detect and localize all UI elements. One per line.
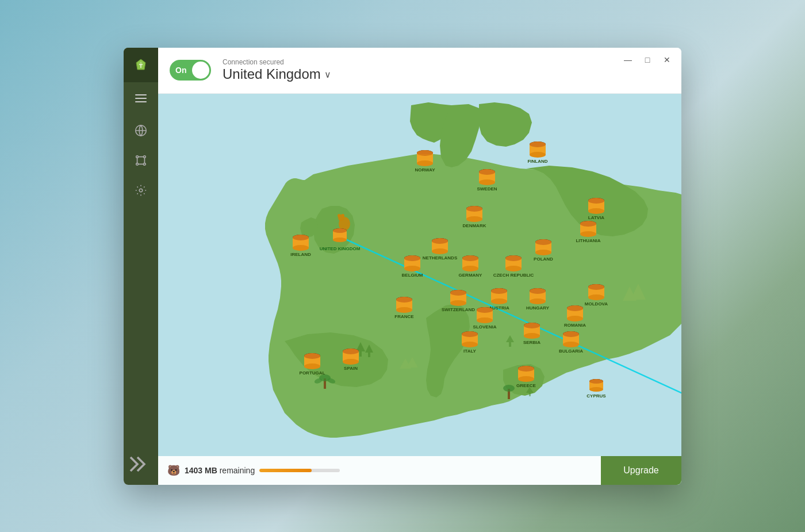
sidebar-collapse-button[interactable]	[127, 450, 155, 478]
svg-point-93	[491, 298, 507, 304]
svg-point-44	[580, 231, 596, 237]
upgrade-button[interactable]: Upgrade	[601, 456, 681, 485]
svg-text:NETHERLANDS: NETHERLANDS	[423, 255, 458, 261]
svg-text:CZECH REPUBLIC: CZECH REPUBLIC	[493, 273, 534, 278]
svg-text:PORTUGAL: PORTUGAL	[300, 370, 325, 376]
sidebar-bottom	[127, 450, 155, 485]
svg-text:IRELAND: IRELAND	[290, 252, 311, 257]
svg-point-5	[144, 163, 146, 165]
bottom-bar: 🐻 1403 MB remaining Upgrade	[158, 456, 681, 485]
server-norway	[417, 150, 433, 166]
svg-text:NORWAY: NORWAY	[415, 167, 435, 173]
svg-point-123	[477, 317, 493, 323]
svg-point-118	[567, 316, 583, 322]
svg-text:ITALY: ITALY	[463, 349, 476, 354]
svg-text:SLOVENIA: SLOVENIA	[473, 324, 497, 330]
svg-point-138	[462, 342, 478, 347]
svg-point-29	[530, 152, 546, 158]
svg-point-68	[432, 248, 448, 254]
app-logo[interactable]: T	[124, 48, 158, 82]
connection-status: Connection secured	[223, 58, 331, 66]
svg-point-6	[139, 189, 143, 192]
svg-point-74	[535, 239, 551, 245]
svg-point-143	[343, 359, 359, 365]
svg-point-4	[136, 163, 139, 165]
svg-text:T: T	[139, 63, 143, 69]
svg-point-54	[293, 245, 309, 251]
app-window: T	[124, 48, 681, 485]
svg-point-119	[567, 305, 583, 311]
menu-toggle[interactable]	[124, 85, 158, 112]
svg-point-89	[505, 255, 522, 261]
toggle-container: On	[170, 60, 211, 81]
svg-text:MOLDOVA: MOLDOVA	[585, 301, 608, 307]
svg-point-99	[530, 288, 546, 294]
svg-text:BULGARIA: BULGARIA	[559, 349, 583, 354]
svg-text:UNITED KINGDOM: UNITED KINGDOM	[320, 246, 361, 251]
svg-point-124	[477, 307, 493, 313]
maximize-button[interactable]: □	[642, 55, 653, 65]
svg-point-158	[589, 387, 603, 392]
connection-info: Connection secured United Kingdom ∨	[223, 58, 331, 82]
svg-point-139	[462, 331, 478, 337]
svg-point-34	[479, 179, 495, 185]
svg-point-69	[432, 238, 448, 244]
svg-point-35	[479, 169, 495, 175]
svg-point-79	[404, 255, 420, 261]
svg-point-30	[530, 141, 546, 147]
svg-text:LITHUANIA: LITHUANIA	[576, 238, 600, 243]
svg-text:LATVIA: LATVIA	[588, 215, 605, 220]
chevron-down-icon: ∨	[324, 69, 331, 80]
connection-country[interactable]: United Kingdom ∨	[223, 66, 331, 82]
svg-point-3	[144, 155, 146, 158]
svg-point-166	[503, 385, 515, 392]
svg-point-60	[341, 214, 344, 217]
data-amount: 1403 MB	[185, 466, 217, 475]
country-name: United Kingdom	[223, 66, 321, 82]
svg-point-50	[466, 206, 482, 212]
sidebar-item-map[interactable]	[127, 117, 155, 144]
sidebar-item-settings[interactable]	[127, 177, 155, 204]
svg-point-103	[588, 294, 604, 300]
svg-text:FINLAND: FINLAND	[527, 159, 547, 164]
vpn-toggle[interactable]: On	[170, 60, 211, 81]
sidebar-nav	[127, 117, 155, 450]
svg-point-59	[338, 214, 341, 217]
svg-text:SERBIA: SERBIA	[523, 340, 540, 345]
svg-text:SWITZERLAND: SWITZERLAND	[442, 307, 475, 312]
svg-point-2	[136, 155, 139, 158]
svg-point-129	[524, 323, 540, 328]
svg-point-144	[343, 349, 359, 354]
sidebar: T	[124, 48, 158, 485]
svg-point-114	[396, 297, 412, 303]
svg-text:POLAND: POLAND	[534, 257, 553, 262]
progress-bar-fill	[259, 469, 312, 472]
svg-text:SWEDEN: SWEDEN	[477, 186, 497, 192]
svg-text:GREECE: GREECE	[516, 383, 536, 388]
minimize-button[interactable]: —	[623, 55, 633, 65]
svg-text:DENMARK: DENMARK	[463, 223, 486, 228]
close-button[interactable]: ✕	[662, 55, 672, 65]
svg-point-113	[396, 307, 412, 313]
svg-point-159	[589, 379, 603, 384]
svg-point-104	[588, 284, 604, 290]
svg-point-134	[563, 331, 579, 337]
data-remaining-label: remaining	[220, 466, 255, 475]
sidebar-item-diagrams[interactable]	[127, 147, 155, 174]
svg-point-49	[466, 216, 482, 222]
toggle-on-label: On	[175, 66, 186, 75]
svg-text:SPAIN: SPAIN	[344, 366, 358, 371]
svg-point-39	[588, 208, 604, 214]
progress-bar-container	[259, 469, 340, 472]
svg-point-40	[588, 198, 604, 204]
svg-rect-25	[418, 154, 432, 155]
svg-point-148	[304, 363, 320, 369]
map-area: NORWAY FINLAND SWEDEN	[158, 94, 681, 485]
svg-point-84	[462, 255, 478, 261]
svg-point-23	[417, 160, 433, 166]
svg-point-63	[333, 238, 347, 242]
data-text: 1403 MB remaining	[185, 466, 255, 475]
svg-point-83	[462, 266, 478, 271]
svg-point-98	[530, 298, 546, 304]
svg-text:CYPRUS: CYPRUS	[586, 393, 606, 399]
